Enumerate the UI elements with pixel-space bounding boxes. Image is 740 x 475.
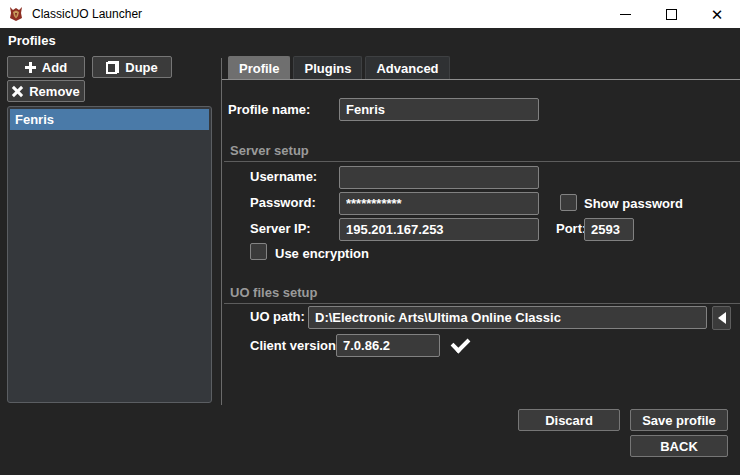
maximize-button[interactable] xyxy=(648,0,694,28)
back-button[interactable]: BACK xyxy=(630,435,728,457)
username-label: Username: xyxy=(250,169,317,184)
uo-path-input[interactable] xyxy=(308,306,707,329)
tabbar-underline xyxy=(222,79,740,80)
triangle-left-icon xyxy=(718,312,726,324)
use-encryption-label: Use encryption xyxy=(275,246,369,261)
profiles-heading: Profiles xyxy=(8,33,56,48)
plus-icon xyxy=(25,62,36,73)
tab-profile[interactable]: Profile xyxy=(228,56,290,80)
save-profile-button-label: Save profile xyxy=(642,413,716,428)
remove-button-label: Remove xyxy=(29,84,80,99)
password-input[interactable] xyxy=(339,192,539,215)
window-title: ClassicUO Launcher xyxy=(32,7,142,21)
show-password-label: Show password xyxy=(584,196,683,211)
add-button-label: Add xyxy=(42,60,67,75)
show-password-checkbox[interactable] xyxy=(560,194,577,211)
remove-profile-button[interactable]: Remove xyxy=(7,80,85,102)
use-encryption-checkbox[interactable] xyxy=(250,243,267,260)
dupe-profile-button[interactable]: Dupe xyxy=(92,56,172,78)
minimize-icon xyxy=(620,14,631,15)
version-valid-check-icon xyxy=(451,334,471,354)
discard-button-label: Discard xyxy=(545,413,593,428)
add-profile-button[interactable]: Add xyxy=(7,56,85,78)
app-icon xyxy=(7,5,25,23)
panel-divider xyxy=(221,58,222,405)
window-controls: ✕ xyxy=(602,0,740,28)
profile-list[interactable]: Fenris xyxy=(7,106,212,403)
discard-button[interactable]: Discard xyxy=(518,409,620,431)
username-input[interactable] xyxy=(339,166,539,189)
x-icon xyxy=(12,86,23,97)
copy-icon xyxy=(106,61,119,74)
tab-plugins[interactable]: Plugins xyxy=(293,56,362,80)
client-version-input[interactable] xyxy=(336,334,440,357)
server-setup-border xyxy=(224,161,740,162)
launcher-window: ClassicUO Launcher ✕ Profiles Add Dupe R… xyxy=(0,0,740,475)
minimize-button[interactable] xyxy=(602,0,648,28)
client-version-label: Client version: xyxy=(250,338,340,353)
titlebar: ClassicUO Launcher ✕ xyxy=(0,0,740,28)
back-button-label: BACK xyxy=(660,439,698,454)
password-label: Password: xyxy=(250,195,316,210)
uo-path-browse-button[interactable] xyxy=(712,306,731,330)
maximize-icon xyxy=(666,9,677,20)
profile-name-input[interactable] xyxy=(339,98,539,121)
dupe-button-label: Dupe xyxy=(125,60,158,75)
port-input[interactable] xyxy=(584,218,634,241)
tab-advanced[interactable]: Advanced xyxy=(365,56,449,80)
profile-list-item[interactable]: Fenris xyxy=(10,109,209,130)
close-icon: ✕ xyxy=(711,7,724,22)
save-profile-button[interactable]: Save profile xyxy=(630,409,728,431)
server-ip-label: Server IP: xyxy=(250,221,311,236)
port-label: Port: xyxy=(556,221,586,236)
close-button[interactable]: ✕ xyxy=(694,0,740,28)
server-setup-title: Server setup xyxy=(230,143,309,158)
uo-files-setup-title: UO files setup xyxy=(230,285,317,300)
server-ip-input[interactable] xyxy=(339,218,539,241)
uo-files-setup-border xyxy=(224,303,740,304)
profile-name-label: Profile name: xyxy=(228,102,310,117)
tabbar: Profile Plugins Advanced xyxy=(228,56,450,80)
uo-path-label: UO path: xyxy=(250,309,305,324)
